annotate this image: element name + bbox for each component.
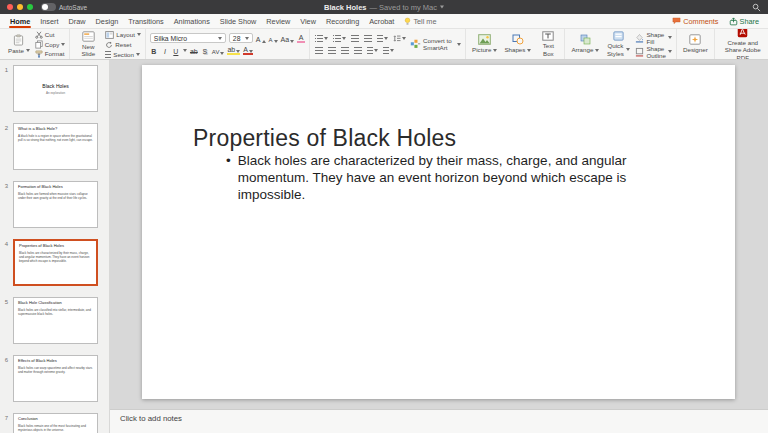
reset-button[interactable]: Reset [105, 41, 141, 49]
slide-number: 1 [0, 65, 13, 112]
close-window-button[interactable] [7, 4, 13, 10]
slide-thumbnail[interactable]: What is a Black Hole? A black hole is a … [13, 123, 98, 170]
align-center-button[interactable] [327, 46, 337, 55]
tab-draw[interactable]: Draw [64, 14, 91, 28]
thumbnail-item-4[interactable]: 4 Properties of Black Holes Black holes … [0, 239, 109, 286]
slide-thumbnail[interactable]: Black Hole Classification Black holes ar… [13, 297, 98, 344]
strikethrough-button[interactable]: ab [190, 46, 198, 55]
share-button[interactable]: Share [729, 17, 759, 26]
new-slide-button[interactable]: New Slide [74, 31, 102, 57]
align-left-icon [315, 47, 323, 54]
italic-button[interactable]: I [161, 46, 169, 55]
tab-insert[interactable]: Insert [35, 14, 63, 28]
align-text-button[interactable] [382, 46, 395, 55]
outline-icon [635, 47, 644, 57]
slide-thumbnail[interactable]: Black Holes An exploration [13, 65, 98, 112]
paste-button[interactable]: Paste [6, 34, 32, 54]
tab-acrobat[interactable]: Acrobat [364, 14, 399, 28]
designer-button[interactable]: Designer [681, 34, 710, 53]
text-box-icon [542, 31, 554, 41]
thumbnail-item-7[interactable]: 7 Conclusion Black holes remain one of t… [0, 413, 109, 433]
slide-canvas[interactable]: Properties of Black Holes • Black holes … [110, 60, 768, 409]
slide-thumbnail[interactable]: Effects of Black Holes Black holes can w… [13, 355, 98, 402]
copy-button[interactable]: Copy [35, 40, 65, 49]
layout-button[interactable]: Layout [105, 31, 141, 39]
text-highlight-button[interactable]: ab [227, 46, 240, 55]
shape-outline-button[interactable]: Shape Outline [635, 45, 672, 59]
autosave-control[interactable]: AutoSave [41, 3, 87, 11]
text-shadow-button[interactable]: S [201, 46, 209, 55]
justify-button[interactable] [353, 46, 363, 55]
current-slide[interactable]: Properties of Black Holes • Black holes … [142, 65, 735, 399]
format-painter-button[interactable]: Format [35, 50, 65, 58]
tab-view[interactable]: View [295, 14, 321, 28]
decrease-indent-button[interactable] [350, 34, 360, 43]
tab-transitions[interactable]: Transitions [123, 14, 168, 28]
shape-fill-button[interactable]: Shape Fill [635, 31, 672, 45]
change-case-button[interactable]: Aa [281, 34, 295, 43]
character-spacing-button[interactable]: AV [212, 46, 225, 55]
clipboard-group: Paste Cut Copy Format [2, 29, 70, 59]
align-left-button[interactable] [314, 46, 324, 55]
document-title[interactable]: Black Holes — Saved to my Mac [324, 3, 444, 12]
tab-design[interactable]: Design [91, 14, 124, 28]
tab-review[interactable]: Review [261, 14, 295, 28]
thumbnail-item-1[interactable]: 1 Black Holes An exploration [0, 65, 109, 112]
notes-pane[interactable]: Click to add notes [110, 409, 768, 433]
tab-home[interactable]: Home [5, 14, 35, 28]
decrease-font-size-button[interactable]: A [269, 34, 278, 43]
slide-body-placeholder[interactable]: • Black holes are characterized by their… [226, 152, 650, 203]
shapes-button[interactable]: Shapes [502, 34, 533, 53]
chevron-down-icon [402, 37, 406, 40]
cut-button[interactable]: Cut [35, 31, 65, 39]
font-name-select[interactable]: Silka Micro [150, 33, 226, 43]
columns-button[interactable] [366, 46, 379, 55]
tell-me-button[interactable]: Tell me [399, 14, 441, 28]
thumbnail-item-2[interactable]: 2 What is a Black Hole? A black hole is … [0, 123, 109, 170]
text-direction-button[interactable] [376, 34, 389, 43]
bullet-list-button[interactable] [314, 34, 329, 43]
reset-arrow-icon [105, 41, 113, 49]
text-box-button[interactable]: Text Box [536, 31, 560, 56]
bold-button[interactable]: B [150, 46, 158, 55]
slide-number: 4 [0, 239, 13, 286]
tab-recording[interactable]: Recording [321, 14, 364, 28]
zoom-window-button[interactable] [27, 4, 33, 10]
font-color-button[interactable]: A [243, 46, 253, 55]
thumbnail-item-5[interactable]: 5 Black Hole Classification Black holes … [0, 297, 109, 344]
chevron-down-icon [390, 49, 394, 52]
thumbnail-item-3[interactable]: 3 Formation of Black Holes Black holes a… [0, 181, 109, 228]
slide-number: 2 [0, 123, 13, 170]
slide-title-placeholder[interactable]: Properties of Black Holes [193, 125, 456, 152]
minimize-window-button[interactable] [17, 4, 23, 10]
numbered-list-button[interactable] [332, 34, 347, 43]
convert-smartart-button[interactable]: Convert to SmartArt [410, 37, 461, 51]
chevron-down-icon [626, 48, 630, 51]
thumbnail-item-6[interactable]: 6 Effects of Black Holes Black holes can… [0, 355, 109, 402]
underline-button[interactable]: U [172, 46, 180, 55]
font-size-select[interactable]: 28 [229, 33, 253, 43]
slide-thumbnail[interactable]: Conclusion Black holes remain one of the… [13, 413, 98, 433]
increase-font-size-button[interactable]: A [256, 34, 266, 43]
arrange-group: Arrange Quick Styles Shape Fill Shape Ou… [565, 29, 677, 59]
slide-thumbnail-selected[interactable]: Properties of Black Holes Black holes ar… [13, 239, 98, 286]
align-right-button[interactable] [340, 46, 350, 55]
clear-formatting-button[interactable]: A [297, 34, 305, 43]
autosave-toggle[interactable] [41, 3, 56, 11]
tab-slide-show[interactable]: Slide Show [215, 14, 262, 28]
section-button[interactable]: Section [105, 51, 141, 58]
arrange-button[interactable]: Arrange [569, 34, 601, 53]
comments-button[interactable]: Comments [672, 17, 718, 26]
picture-button[interactable]: Picture [470, 34, 499, 53]
slide-thumbnail[interactable]: Formation of Black Holes Black holes are… [13, 181, 98, 228]
search-icon[interactable] [752, 3, 761, 12]
shapes-icon [512, 34, 524, 45]
slide-thumbnail-panel: 1 Black Holes An exploration 2 What is a… [0, 60, 110, 433]
quick-styles-button[interactable]: Quick Styles [604, 31, 632, 56]
adobe-pdf-button[interactable]: Create and Share Adobe PDF [719, 29, 767, 60]
increase-indent-button[interactable] [363, 34, 373, 43]
tab-animations[interactable]: Animations [169, 14, 215, 28]
line-spacing-button[interactable] [392, 34, 407, 43]
decrease-indent-icon [351, 35, 359, 42]
insert-group: Picture Shapes Text Box [466, 29, 565, 59]
